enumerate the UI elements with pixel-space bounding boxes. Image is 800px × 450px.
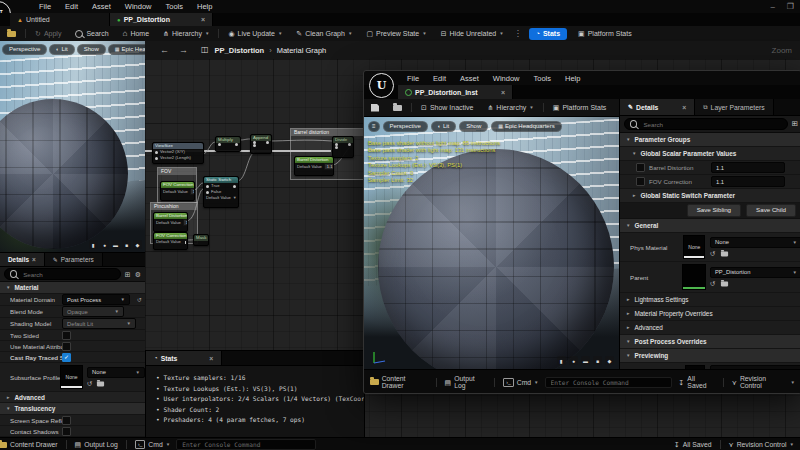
show-inactive-button[interactable]: ⊡ Show Inactive: [414, 100, 480, 115]
cmd-dropdown[interactable]: ›_ Cmd▼: [129, 438, 176, 450]
stats-toggle-button[interactable]: ◔ Stats: [529, 28, 567, 40]
cylinder-shape-icon[interactable]: ▮: [89, 240, 98, 249]
pin-icon[interactable]: [266, 141, 269, 144]
tab-pp-distortion-inst[interactable]: PP_Distortion_Inst ×: [398, 85, 513, 99]
tab-details[interactable]: Details ×: [0, 253, 45, 266]
material-domain-dropdown[interactable]: Post Process▼: [62, 294, 130, 305]
menu-help[interactable]: Help: [558, 72, 587, 85]
menu-file[interactable]: File: [32, 0, 58, 13]
node-param-fov-correction[interactable]: FOV Correction Default Value1.1: [160, 181, 195, 201]
home-button[interactable]: ⌂ Home: [116, 26, 157, 41]
all-saved-button[interactable]: ↧ All Saved: [668, 438, 718, 450]
use-selected-icon[interactable]: ↺: [87, 380, 92, 388]
hierarchy-button[interactable]: ⋔ Hierarchy▼: [480, 100, 540, 115]
clean-graph-button[interactable]: ✎ Clean Graph▼: [289, 26, 359, 41]
console-command-input[interactable]: [176, 439, 316, 450]
revision-control-button[interactable]: ⋎ Revision Control▼: [723, 438, 800, 450]
fov-correction-override-checkbox[interactable]: [636, 177, 645, 186]
preview-state-button[interactable]: ▢ Preview State▼: [359, 26, 433, 41]
category-previewing[interactable]: ▼Previewing: [620, 349, 800, 363]
category-lightmass-settings[interactable]: ►Lightmass Settings: [620, 293, 800, 307]
instance-search[interactable]: [624, 118, 788, 130]
use-selected-icon[interactable]: ↺: [710, 280, 715, 288]
menu-tools[interactable]: Tools: [526, 72, 558, 85]
search-button[interactable]: Search: [68, 26, 115, 41]
node-divide[interactable]: Divide: [332, 136, 354, 158]
menu-window[interactable]: Window: [486, 72, 527, 85]
menu-help[interactable]: Help: [190, 0, 219, 13]
fov-correction-value[interactable]: 1.1: [711, 176, 785, 187]
parent-thumbnail[interactable]: [682, 264, 706, 290]
menu-edit[interactable]: Edit: [58, 0, 85, 13]
pin-icon[interactable]: [218, 143, 221, 146]
forward-arrow-icon[interactable]: →: [174, 46, 193, 55]
barrel-distortion-override-checkbox[interactable]: [636, 163, 645, 172]
breadcrumb-page[interactable]: Material Graph: [277, 46, 327, 55]
menu-tools[interactable]: Tools: [158, 0, 190, 13]
menu-asset[interactable]: Asset: [85, 0, 118, 13]
lit-dropdown[interactable]: ◐Lit: [49, 44, 74, 55]
category-post-process-overrides[interactable]: ▼Post Process Overrides: [620, 335, 800, 349]
asset-browse-button[interactable]: [0, 26, 23, 41]
custom-mesh-icon[interactable]: ◆: [605, 356, 614, 365]
plane-shape-icon[interactable]: ▬: [581, 356, 590, 365]
pin-icon[interactable]: [155, 157, 158, 160]
show-dropdown[interactable]: Show: [459, 121, 488, 132]
save-sibling-button[interactable]: Save Sibling: [687, 204, 741, 216]
parent-dropdown[interactable]: PP_Distortion▼: [710, 267, 800, 278]
phys-material-thumbnail[interactable]: None: [683, 235, 705, 259]
instance-preview-viewport[interactable]: ≡ Perspective ◐Lit Show ▦Epic Headquarte…: [364, 116, 619, 370]
details-search-input[interactable]: [21, 270, 115, 279]
breadcrumb-asset[interactable]: PP_Distortion: [215, 46, 265, 55]
details-search[interactable]: [4, 268, 121, 280]
perspective-dropdown[interactable]: Perspective: [2, 44, 47, 55]
live-update-button[interactable]: ◉ Live Update▼: [221, 26, 289, 41]
contact-shadows-checkbox[interactable]: [62, 427, 71, 436]
revision-control-button[interactable]: ⋎ Revision Control▼: [726, 370, 800, 394]
pin-icon[interactable]: [206, 191, 209, 194]
more-options-icon[interactable]: ⋮: [511, 30, 525, 38]
custom-mesh-icon[interactable]: ◆: [133, 240, 142, 249]
category-global-scalar[interactable]: ▼Global Scalar Parameter Values: [620, 147, 800, 161]
cmd-dropdown[interactable]: ›_ Cmd▼: [497, 370, 544, 394]
pin-icon[interactable]: [155, 151, 158, 154]
scene-setup-dropdown[interactable]: ▦Epic Headquarters: [491, 121, 561, 132]
phys-material-dropdown[interactable]: None▼: [710, 237, 800, 248]
barrel-distortion-value[interactable]: 1.1: [711, 162, 785, 173]
close-icon[interactable]: ×: [201, 16, 205, 23]
use-selected-icon[interactable]: ↺: [710, 250, 715, 258]
category-global-switch[interactable]: ►Global Static Switch Parameter: [620, 189, 800, 203]
tab-parameters[interactable]: ✎ Parameters: [45, 253, 103, 266]
cube-shape-icon[interactable]: ■: [593, 356, 602, 365]
cube-shape-icon[interactable]: ■: [122, 240, 131, 249]
screen-space-reflections-checkbox[interactable]: [62, 416, 71, 425]
node-mask[interactable]: Mask: [193, 234, 209, 246]
save-child-button[interactable]: Save Child: [746, 204, 796, 216]
save-button[interactable]: [364, 100, 386, 115]
category-advanced[interactable]: ►Advanced: [620, 321, 800, 335]
category-general[interactable]: ▼General: [620, 219, 800, 233]
node-param-barrel-1[interactable]: Barrel Distortion Default Value1.1: [153, 212, 188, 232]
pin-icon[interactable]: [348, 143, 351, 146]
subsurface-profile-dropdown[interactable]: None▼: [87, 367, 145, 378]
sphere-shape-icon[interactable]: ●: [569, 356, 578, 365]
content-drawer-button[interactable]: Content Drawer: [0, 438, 64, 450]
use-material-attributes-checkbox[interactable]: [62, 342, 71, 351]
platform-stats-button[interactable]: ▣ Platform Stats: [571, 26, 639, 41]
perspective-dropdown[interactable]: Perspective: [383, 121, 428, 132]
minimize-button[interactable]: –: [764, 2, 780, 11]
pin-icon[interactable]: [206, 185, 209, 188]
instance-search-input[interactable]: [641, 120, 781, 129]
node-multiply[interactable]: Multiply: [215, 136, 241, 152]
close-icon[interactable]: ×: [32, 256, 36, 263]
category-material[interactable]: ▼Material: [0, 282, 145, 294]
pin-icon[interactable]: [235, 143, 238, 146]
node-param-barrel-2[interactable]: Barrel Distortion Default Value1.1: [294, 156, 334, 176]
output-log-button[interactable]: ▤ Output Log: [439, 370, 493, 394]
hierarchy-button[interactable]: ⋔ Hierarchy▼: [156, 26, 216, 41]
node-viewsize[interactable]: ViewSize Vector2 (X/Y) Vector2 (Length): [152, 142, 204, 164]
back-arrow-icon[interactable]: ←: [155, 46, 174, 55]
menu-edit[interactable]: Edit: [426, 72, 453, 85]
node-param-fov-2[interactable]: FOV Correction Default Value: [153, 232, 188, 250]
browse-icon[interactable]: [721, 281, 728, 286]
